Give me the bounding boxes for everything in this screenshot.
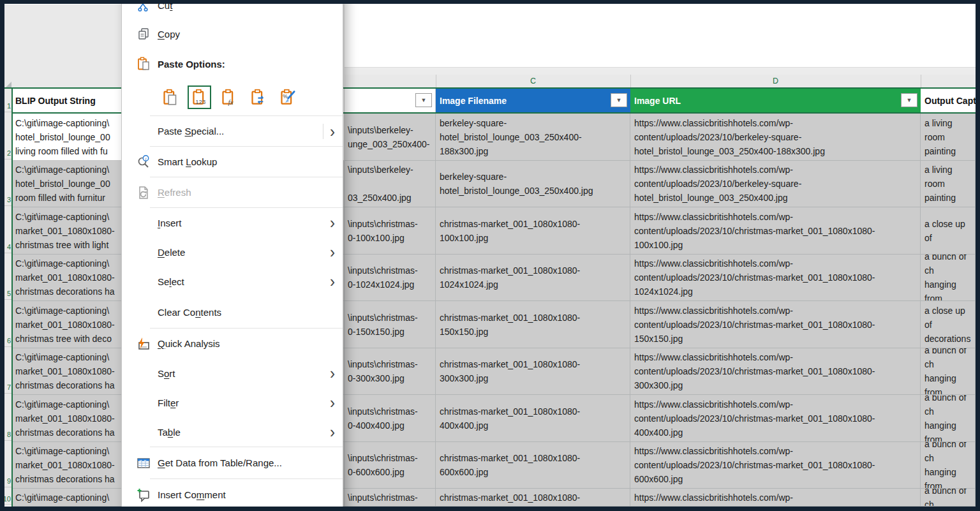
cell-D9[interactable]: https://www.classicbritishhotels.com/wp-… bbox=[630, 442, 921, 489]
cell-D10[interactable]: https://www.classicbritishhotels.com/wp- bbox=[630, 489, 921, 507]
context-menu: Cut Copy Paste Options: bbox=[121, 0, 343, 511]
cell-B8[interactable]: \inputs\christmas- 0-400x400.jpg bbox=[345, 395, 436, 442]
select-all-corner[interactable] bbox=[4, 75, 11, 87]
menu-item-select[interactable]: Select › bbox=[122, 267, 343, 296]
cell-C4[interactable]: christmas-market_001_1080x1080- 100x100.… bbox=[436, 207, 630, 255]
menu-item-get-data-label: Get Data from Table/Range... bbox=[158, 457, 343, 468]
header-output-caption[interactable]: Output Capti bbox=[921, 89, 976, 112]
menu-item-quick-analysis[interactable]: Quick Analysis bbox=[122, 329, 343, 359]
column-letter-C[interactable]: C bbox=[436, 75, 630, 87]
cell-E4[interactable]: a close up of bbox=[921, 207, 976, 255]
row-header-8[interactable]: 8 bbox=[4, 394, 11, 441]
menu-item-refresh: Refresh bbox=[122, 177, 343, 207]
row-header-3[interactable]: 3 bbox=[4, 159, 11, 206]
menu-item-insert[interactable]: Insert › bbox=[122, 208, 343, 237]
menu-item-get-data-from-table-range[interactable]: Get Data from Table/Range... bbox=[122, 447, 343, 478]
cell-D8[interactable]: https://www.classicbritishhotels.com/wp-… bbox=[630, 395, 921, 442]
row-header-9[interactable]: 9 bbox=[4, 441, 11, 487]
cell-B10[interactable]: \inputs\christmas- bbox=[345, 489, 436, 507]
row-header-7[interactable]: 7 bbox=[4, 347, 11, 394]
refresh-icon bbox=[130, 186, 158, 200]
paste-option-values-icon[interactable]: 123 bbox=[188, 85, 211, 109]
cell-D3[interactable]: https://www.classicbritishhotels.com/wp-… bbox=[630, 161, 921, 207]
cell-B5[interactable]: \inputs\christmas- 0-1024x1024.jpg bbox=[345, 255, 436, 301]
menu-item-quick-analysis-label: Quick Analysis bbox=[158, 338, 343, 349]
filter-arrow-icon: ▼ bbox=[616, 98, 622, 103]
submenu-arrow-icon: › bbox=[330, 273, 335, 290]
paste-options-row: 123 fx bbox=[122, 78, 343, 115]
cell-C8[interactable]: christmas-market_001_1080x1080- 400x400.… bbox=[436, 395, 630, 442]
paste-option-paste-icon[interactable] bbox=[158, 85, 182, 109]
submenu-arrow-icon: › bbox=[330, 424, 335, 440]
cell-E5[interactable]: a bunch of ch hanging from bbox=[921, 255, 976, 301]
menu-item-table[interactable]: Table › bbox=[122, 417, 343, 447]
filter-arrow-icon: ▼ bbox=[907, 98, 912, 103]
window-frame-bottom bbox=[0, 507, 980, 511]
menu-item-smart-lookup[interactable]: i Smart Lookup bbox=[122, 147, 343, 177]
submenu-arrow-icon: › bbox=[330, 214, 335, 231]
cell-B9[interactable]: \inputs\christmas- 0-600x600.jpg bbox=[345, 442, 436, 489]
menu-item-delete[interactable]: Delete › bbox=[122, 237, 343, 267]
cell-E9[interactable]: a bunch of ch hanging from bbox=[921, 442, 976, 489]
cell-E3[interactable]: a living room painting bbox=[921, 161, 976, 207]
cell-B4[interactable]: \inputs\christmas- 0-100x100.jpg bbox=[345, 207, 436, 255]
cell-C5[interactable]: christmas-market_001_1080x1080- 1024x102… bbox=[436, 255, 630, 301]
cell-C3[interactable]: berkeley-square- hotel_bristol_lounge_00… bbox=[436, 161, 630, 207]
cell-B6[interactable]: \inputs\christmas- 0-150x150.jpg bbox=[345, 301, 436, 348]
filter-dropdown-button[interactable]: ▼ bbox=[611, 93, 627, 107]
filter-dropdown-button[interactable]: ▼ bbox=[901, 93, 917, 107]
header-image-url[interactable]: Image URL ▼ bbox=[630, 89, 921, 112]
submenu-arrow-icon: › bbox=[330, 394, 335, 411]
filter-dropdown-button[interactable]: ▼ bbox=[415, 93, 432, 107]
menu-item-refresh-label: Refresh bbox=[158, 187, 343, 198]
menu-item-insert-comment[interactable]: Insert Comment bbox=[122, 479, 343, 510]
menu-item-paste-special[interactable]: Paste Special... › bbox=[122, 116, 343, 146]
menu-divider bbox=[323, 124, 323, 139]
row-header-6[interactable]: 6 bbox=[4, 300, 11, 347]
row-header-2[interactable]: 2 bbox=[4, 112, 11, 159]
paste-option-formulas-icon[interactable]: fx bbox=[217, 85, 241, 109]
cell-C2[interactable]: berkeley-square- hotel_bristol_lounge_00… bbox=[436, 114, 630, 161]
submenu-arrow-icon: › bbox=[330, 122, 335, 139]
formula-bar-area bbox=[345, 4, 976, 67]
cell-B2[interactable]: \inputs\berkeley- unge_003_250x400- bbox=[345, 114, 436, 161]
paste-option-formatting-icon[interactable]: % bbox=[276, 85, 299, 109]
cell-D6[interactable]: https://www.classicbritishhotels.com/wp-… bbox=[630, 301, 921, 348]
paste-option-transpose-icon[interactable] bbox=[246, 85, 270, 109]
selection-left-border bbox=[11, 89, 13, 507]
filter-arrow-icon: ▼ bbox=[421, 98, 427, 103]
window-frame-left bbox=[0, 0, 4, 511]
row-header-4[interactable]: 4 bbox=[4, 206, 11, 253]
cell-B7[interactable]: \inputs\christmas- 0-300x300.jpg bbox=[345, 348, 436, 395]
cell-C9[interactable]: christmas-market_001_1080x1080- 600x600.… bbox=[436, 442, 630, 489]
menu-item-filter[interactable]: Filter › bbox=[122, 388, 343, 417]
cell-D7[interactable]: https://www.classicbritishhotels.com/wp-… bbox=[630, 348, 921, 395]
row-header-10[interactable]: 10 bbox=[4, 487, 11, 505]
cell-E7[interactable]: a bunch of ch hanging from bbox=[921, 348, 976, 395]
row-header-1[interactable]: 1 bbox=[4, 89, 11, 112]
menu-item-filter-label: Filter bbox=[158, 397, 330, 408]
submenu-arrow-icon: › bbox=[330, 244, 335, 260]
menu-item-clear-contents[interactable]: Clear Contents bbox=[122, 296, 343, 328]
cell-B3[interactable]: \inputs\berkeley- 03_250x400.jpg bbox=[345, 161, 436, 207]
menu-item-paste-special-label: Paste Special... bbox=[158, 126, 323, 137]
cell-D4[interactable]: https://www.classicbritishhotels.com/wp-… bbox=[630, 207, 921, 255]
header-column-b[interactable]: ▼ bbox=[345, 89, 436, 112]
cell-E8[interactable]: a bunch of ch hanging from bbox=[921, 395, 976, 442]
menu-item-copy[interactable]: Copy bbox=[122, 19, 343, 49]
cell-E10[interactable]: a bunch of ch bbox=[921, 489, 976, 507]
cell-C10[interactable]: christmas-market_001_1080x1080- bbox=[436, 489, 630, 507]
cell-E6[interactable]: a close up of decorations bbox=[921, 301, 976, 348]
row-header-5[interactable]: 5 bbox=[4, 253, 11, 300]
cell-C6[interactable]: christmas-market_001_1080x1080- 150x150.… bbox=[436, 301, 630, 348]
cell-C7[interactable]: christmas-market_001_1080x1080- 300x300.… bbox=[436, 348, 630, 395]
cell-D2[interactable]: https://www.classicbritishhotels.com/wp-… bbox=[630, 114, 921, 161]
window-frame-right bbox=[976, 0, 980, 511]
cell-D5[interactable]: https://www.classicbritishhotels.com/wp-… bbox=[630, 255, 921, 301]
cell-E2[interactable]: a living room painting bbox=[921, 114, 976, 161]
menu-item-sort[interactable]: Sort › bbox=[122, 359, 343, 388]
column-letter-D[interactable]: D bbox=[630, 75, 921, 87]
smart-lookup-icon: i bbox=[130, 155, 158, 169]
menu-item-table-label: Table bbox=[158, 427, 330, 438]
header-image-filename[interactable]: Image Filename ▼ bbox=[436, 89, 630, 112]
